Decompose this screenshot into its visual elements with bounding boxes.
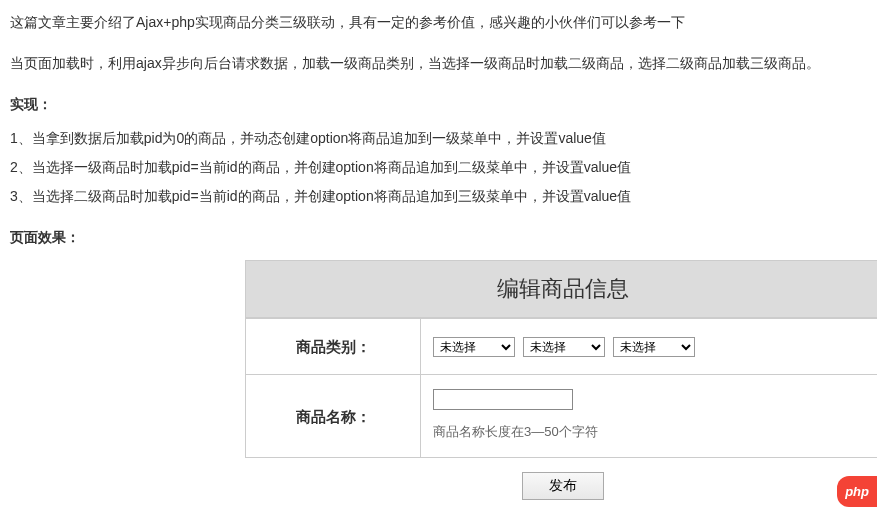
form-preview: 编辑商品信息 商品类别： 未选择 未选择 未选择 商品名称： 商品名称长度在3—… bbox=[245, 260, 877, 514]
form-table: 商品类别： 未选择 未选择 未选择 商品名称： 商品名称长度在3—50个字符 bbox=[245, 318, 877, 458]
step-2: 2、当选择一级商品时加载pid=当前id的商品，并创建option将商品追加到二… bbox=[10, 155, 867, 180]
submit-button[interactable]: 发布 bbox=[522, 472, 604, 500]
category-select-3[interactable]: 未选择 bbox=[613, 337, 695, 357]
name-hint: 商品名称长度在3—50个字符 bbox=[433, 420, 867, 443]
effect-heading: 页面效果： bbox=[10, 225, 867, 250]
name-field: 商品名称长度在3—50个字符 bbox=[421, 374, 878, 457]
table-row: 商品类别： 未选择 未选择 未选择 bbox=[246, 318, 878, 374]
product-name-input[interactable] bbox=[433, 389, 573, 410]
table-row: 商品名称： 商品名称长度在3—50个字符 bbox=[246, 374, 878, 457]
name-label: 商品名称： bbox=[246, 374, 421, 457]
article-intro: 这篇文章主要介绍了Ajax+php实现商品分类三级联动，具有一定的参考价值，感兴… bbox=[10, 10, 867, 35]
form-title: 编辑商品信息 bbox=[245, 260, 877, 318]
php-logo-badge: php bbox=[837, 476, 877, 507]
step-3: 3、当选择二级商品时加载pid=当前id的商品，并创建option将商品追加到三… bbox=[10, 184, 867, 209]
step-1: 1、当拿到数据后加载pid为0的商品，并动态创建option将商品追加到一级菜单… bbox=[10, 126, 867, 151]
category-field: 未选择 未选择 未选择 bbox=[421, 318, 878, 374]
article-desc: 当页面加载时，利用ajax异步向后台请求数据，加载一级商品类别，当选择一级商品时… bbox=[10, 51, 867, 76]
category-label: 商品类别： bbox=[246, 318, 421, 374]
impl-heading: 实现： bbox=[10, 92, 867, 117]
submit-row: 发布 bbox=[245, 458, 877, 514]
category-select-1[interactable]: 未选择 bbox=[433, 337, 515, 357]
category-select-2[interactable]: 未选择 bbox=[523, 337, 605, 357]
